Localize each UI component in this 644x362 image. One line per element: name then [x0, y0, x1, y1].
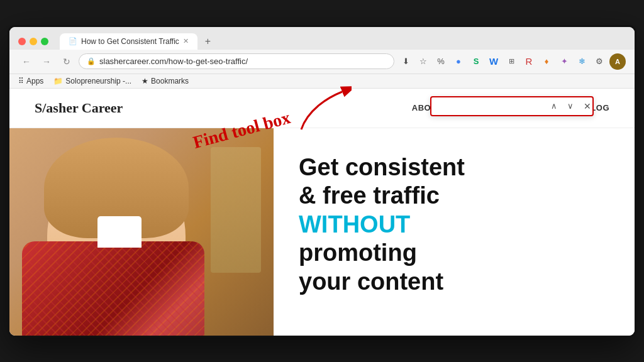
ext-icon4[interactable]: ⚙	[592, 54, 607, 69]
collar	[97, 216, 142, 248]
close-traffic-light[interactable]	[18, 38, 26, 45]
person-figure	[9, 128, 274, 336]
star-icon[interactable]: ☆	[416, 54, 431, 69]
tab-favicon: 📄	[69, 37, 77, 45]
find-toolbar[interactable]: ∧ ∨ ✕	[430, 96, 594, 116]
title-bar: 📄 How to Get Consistent Traffic ✕ +	[9, 27, 635, 50]
find-prev-button[interactable]: ∧	[548, 100, 560, 112]
browser-chrome: 📄 How to Get Consistent Traffic ✕ + ← → …	[9, 27, 635, 89]
r-icon[interactable]: R	[521, 54, 536, 69]
share-icon[interactable]: %	[433, 54, 448, 69]
site-logo: S/asher Career	[35, 100, 123, 116]
traffic-lights	[18, 38, 48, 45]
tab-close-button[interactable]: ✕	[183, 37, 189, 45]
content-wrapper: ∧ ∨ ✕ Find tool box S/asher Career	[9, 89, 635, 336]
solopreneurship-bookmark[interactable]: 📁 Solopreneurship -...	[53, 77, 131, 85]
address-bar[interactable]: 🔒 slashercareer.com/how-to-get-seo-traff…	[79, 53, 394, 69]
apps-bookmark[interactable]: ⠿ Apps	[18, 77, 43, 85]
headline-line3: WITHOUT	[299, 211, 410, 238]
ext-icon2[interactable]: ✦	[557, 54, 572, 69]
ext-icon1[interactable]: ♦	[539, 54, 554, 69]
bookmarks-label: Bookmarks	[151, 77, 189, 85]
profile-icon[interactable]: A	[609, 53, 626, 70]
url-text: slashercareer.com/how-to-get-seo-traffic…	[99, 57, 386, 66]
refresh-button[interactable]: ↻	[58, 53, 75, 70]
maximize-traffic-light[interactable]	[41, 38, 48, 45]
ext-icon3[interactable]: ❄	[574, 54, 589, 69]
headline-line5: your content	[299, 268, 443, 295]
tabs-row: 📄 How to Get Consistent Traffic ✕ +	[60, 33, 626, 50]
hero-text: Get consistent & free traffic WITHOUT pr…	[274, 128, 635, 336]
apps-label: Apps	[26, 77, 43, 85]
hero-headline: Get consistent & free traffic WITHOUT pr…	[299, 153, 465, 297]
back-button[interactable]: ←	[18, 53, 35, 70]
headline-line4: promoting	[299, 239, 417, 266]
headline-line1: Get consistent	[299, 154, 465, 180]
minimize-traffic-light[interactable]	[30, 38, 37, 45]
hero-image	[9, 128, 274, 336]
bookmarks-bar: ⠿ Apps 📁 Solopreneurship -... ★ Bookmark…	[9, 74, 635, 89]
lock-icon: 🔒	[87, 57, 96, 65]
apps-grid-icon: ⠿	[18, 77, 24, 85]
browser-window: 📄 How to Get Consistent Traffic ✕ + ← → …	[8, 25, 636, 337]
grid-icon[interactable]: ⊞	[504, 54, 519, 69]
star-bookmarks-icon: ★	[142, 77, 148, 85]
bookmarks-item[interactable]: ★ Bookmarks	[142, 77, 189, 85]
find-close-button[interactable]: ✕	[581, 100, 594, 112]
chrome-icon[interactable]: ●	[451, 54, 466, 69]
find-next-button[interactable]: ∨	[565, 100, 576, 112]
active-tab[interactable]: 📄 How to Get Consistent Traffic ✕	[60, 33, 197, 50]
jacket-pattern	[22, 241, 204, 336]
hero-section: Get consistent & free traffic WITHOUT pr…	[9, 128, 635, 336]
toolbar-icons: ⬇ ☆ % ● S W ⊞ R ♦ ✦ ❄ ⚙ A	[398, 53, 626, 70]
w-icon[interactable]: W	[486, 54, 501, 69]
folder-icon: 📁	[53, 77, 63, 85]
forward-button[interactable]: →	[38, 53, 55, 70]
find-input[interactable]	[438, 101, 543, 111]
s-icon[interactable]: S	[469, 54, 484, 69]
download-icon[interactable]: ⬇	[398, 54, 413, 69]
new-tab-button[interactable]: +	[200, 33, 216, 50]
website-content: S/asher Career ABOUT HOW TO START A BLOG…	[9, 89, 635, 336]
headline-line2: & free traffic	[299, 182, 440, 209]
solopreneurship-label: Solopreneurship -...	[65, 77, 131, 85]
nav-bar: ← → ↻ 🔒 slashercareer.com/how-to-get-seo…	[9, 50, 635, 74]
tab-title: How to Get Consistent Traffic	[81, 37, 179, 46]
